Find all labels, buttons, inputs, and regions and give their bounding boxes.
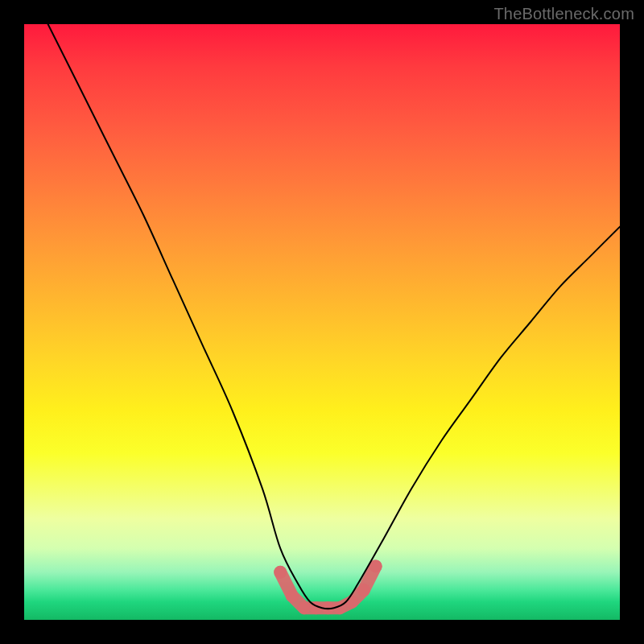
- valley-marker: [345, 596, 358, 609]
- valley-marker: [274, 566, 287, 579]
- valley-marker: [286, 589, 299, 602]
- watermark-text: TheBottleneck.com: [493, 5, 634, 23]
- valley-marker: [298, 601, 311, 614]
- plot-area: [24, 24, 620, 620]
- bottleneck-curve-path: [48, 24, 620, 609]
- curve-svg: [24, 24, 620, 620]
- valley-marker: [357, 584, 370, 597]
- chart-frame: TheBottleneck.com: [0, 0, 644, 644]
